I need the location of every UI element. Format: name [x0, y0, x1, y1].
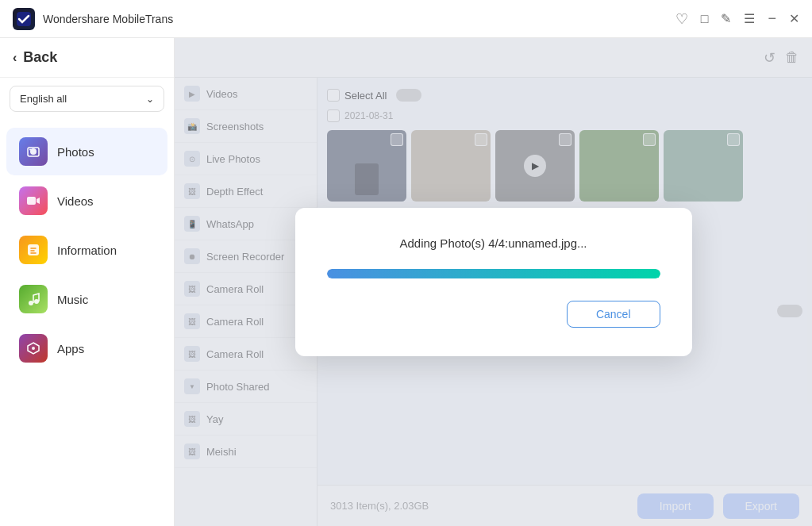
- svg-point-8: [32, 347, 35, 350]
- back-button[interactable]: ‹ Back: [0, 38, 174, 78]
- app-title: Wondershare MobileTrans: [43, 13, 675, 25]
- photos-icon: [19, 137, 48, 166]
- edit-icon[interactable]: ✎: [721, 11, 731, 26]
- music-icon: [19, 285, 48, 313]
- sidebar-label-music: Music: [57, 293, 88, 306]
- chevron-left-icon: ‹: [13, 51, 17, 65]
- svg-point-6: [29, 301, 33, 305]
- app-logo: [13, 8, 35, 30]
- svg-rect-5: [28, 244, 39, 255]
- sidebar-item-videos[interactable]: Videos: [6, 177, 167, 225]
- videos-icon: [19, 186, 48, 215]
- nav-items: Photos Videos Informat: [0, 120, 174, 526]
- sidebar-label-apps: Apps: [57, 342, 84, 355]
- sidebar-item-photos[interactable]: Photos: [6, 128, 167, 175]
- sidebar-label-videos: Videos: [57, 194, 94, 208]
- progress-bar-fill: [327, 269, 660, 278]
- svg-rect-4: [27, 197, 36, 205]
- minimize-icon[interactable]: −: [768, 10, 776, 27]
- sidebar-item-music[interactable]: Music: [6, 275, 167, 323]
- information-icon: [19, 236, 48, 264]
- apps-icon: [19, 334, 48, 363]
- bookmark-icon[interactable]: □: [701, 12, 709, 26]
- sidebar: ‹ Back English all ⌄ Photos: [0, 38, 175, 526]
- svg-point-7: [34, 299, 39, 304]
- titlebar: Wondershare MobileTrans ♡ □ ✎ ☰ − ✕: [0, 0, 812, 38]
- svg-point-3: [29, 149, 31, 151]
- language-label: English all: [20, 93, 67, 105]
- main-container: ‹ Back English all ⌄ Photos: [0, 38, 812, 526]
- menu-icon[interactable]: ☰: [744, 11, 755, 26]
- back-label: Back: [23, 49, 57, 66]
- window-controls: ♡ □ ✎ ☰ − ✕: [675, 10, 799, 28]
- profile-icon[interactable]: ♡: [675, 10, 688, 28]
- sidebar-item-information[interactable]: Information: [6, 226, 167, 274]
- language-selector[interactable]: English all ⌄: [10, 86, 164, 112]
- progress-bar-background: [327, 269, 660, 278]
- sidebar-item-apps[interactable]: Apps: [6, 324, 167, 372]
- modal-message: Adding Photo(s) 4/4:unnamed.jpg...: [400, 236, 587, 250]
- svg-point-1: [30, 148, 37, 155]
- chevron-down-icon: ⌄: [146, 94, 154, 105]
- progress-modal: Adding Photo(s) 4/4:unnamed.jpg... Cance…: [295, 208, 692, 356]
- sidebar-label-information: Information: [57, 244, 117, 257]
- close-icon[interactable]: ✕: [789, 11, 799, 26]
- modal-overlay: Adding Photo(s) 4/4:unnamed.jpg... Cance…: [175, 38, 812, 526]
- content-area: ↺ 🗑 ▶ Videos 📸 Screenshots ⊙ Live Photos: [175, 38, 812, 526]
- sidebar-label-photos: Photos: [57, 145, 94, 159]
- cancel-button[interactable]: Cancel: [567, 301, 660, 328]
